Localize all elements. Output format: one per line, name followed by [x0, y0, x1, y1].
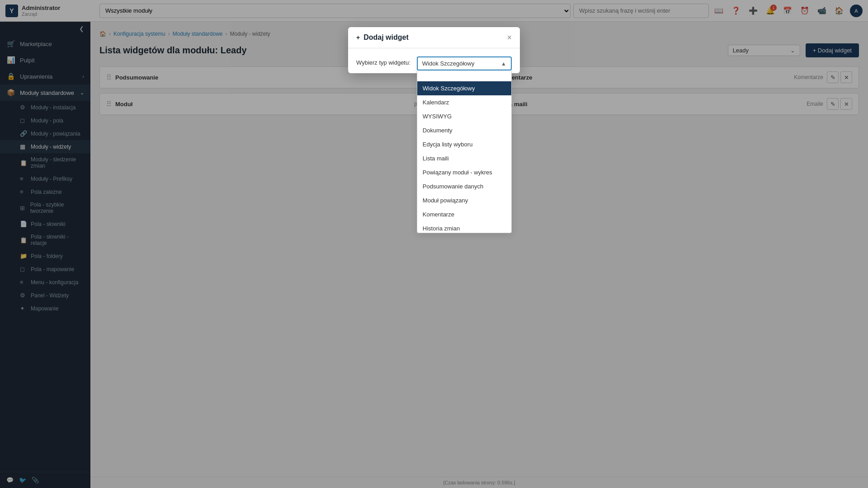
dropdown-item[interactable]: Edycja listy wyboru	[417, 137, 511, 151]
modal-title: + Dodaj widget	[356, 33, 409, 42]
dropdown-item[interactable]: Komentarze	[417, 207, 511, 221]
modal-close-button[interactable]: ×	[507, 33, 512, 42]
widget-type-select: Widok Szczegółowy ▲ Widok SzczegółowyKal…	[417, 56, 512, 70]
dropdown-item[interactable]: Historia zmian	[417, 221, 511, 233]
widget-type-select-box[interactable]: Widok Szczegółowy ▲	[417, 56, 512, 70]
dropdown-item[interactable]: Dokumenty	[417, 123, 511, 137]
dropdown-item[interactable]: Lista maili	[417, 151, 511, 165]
modal-overlay: + Dodaj widget × Wybierz typ widgetu: Wi…	[0, 0, 868, 488]
widget-type-form-row: Wybierz typ widgetu: Widok Szczegółowy ▲…	[356, 56, 512, 70]
dropdown-item[interactable]: Podsumowanie danych	[417, 179, 511, 193]
dropdown-item[interactable]: Moduł powiązany	[417, 193, 511, 207]
select-chevron-icon: ▲	[501, 61, 506, 67]
dropdown-item[interactable]: Powiązany moduł - wykres	[417, 165, 511, 179]
dropdown-item[interactable]: Widok Szczegółowy	[417, 81, 511, 95]
dropdown-item[interactable]: Kalendarz	[417, 95, 511, 109]
modal-header: + Dodaj widget ×	[348, 27, 520, 48]
widget-type-control: Widok Szczegółowy ▲ Widok SzczegółowyKal…	[417, 56, 512, 70]
widget-type-dropdown: Widok SzczegółowyKalendarzWYSIWYGDokumen…	[417, 70, 512, 233]
modal-body: Wybierz typ widgetu: Widok Szczegółowy ▲…	[348, 48, 520, 73]
modal-title-icon: +	[356, 34, 360, 41]
dropdown-item[interactable]: WYSIWYG	[417, 109, 511, 123]
dropdown-search-input[interactable]	[417, 70, 511, 81]
add-widget-modal: + Dodaj widget × Wybierz typ widgetu: Wi…	[348, 27, 520, 73]
selected-widget-type: Widok Szczegółowy	[422, 60, 501, 67]
modal-title-text: Dodaj widget	[363, 33, 409, 42]
widget-type-label: Wybierz typ widgetu:	[356, 56, 410, 66]
